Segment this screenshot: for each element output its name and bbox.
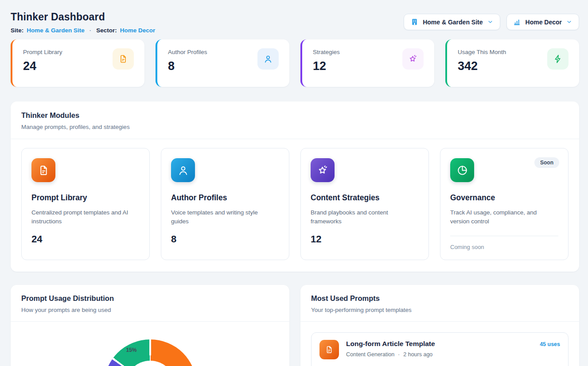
module-description: Voice templates and writing style guides (171, 208, 279, 226)
document-icon (113, 48, 134, 70)
stat-card-usage: Usage This Month 342 (445, 39, 579, 87)
prompt-list-item[interactable]: Long-form Article Template Content Gener… (311, 332, 569, 366)
module-card-prompt-library[interactable]: Prompt Library Centralized prompt templa… (21, 148, 150, 260)
header-actions: Home & Garden Site Home Decor (404, 14, 579, 30)
coming-soon-text: Coming soon (450, 244, 558, 250)
prompts-list: Long-form Article Template Content Gener… (300, 322, 579, 366)
stat-card-author-profiles: Author Profiles 8 (156, 39, 289, 87)
donut-slice-label: 15% (124, 347, 140, 353)
module-description: Brand playbooks and content frameworks (311, 208, 419, 226)
prompt-title: Long-form Article Template (346, 340, 435, 348)
usage-distribution-card: Prompt Usage Distribution How your promp… (11, 285, 289, 366)
meta-separator: · (398, 351, 400, 358)
star-icon (402, 48, 424, 70)
bottom-row: Prompt Usage Distribution How your promp… (11, 285, 579, 366)
module-card-governance[interactable]: Soon Governance Track AI usage, complian… (440, 148, 569, 260)
sector-selector-dropdown[interactable]: Home Decor (506, 14, 579, 30)
card-subtitle: Your top-performing prompt templates (311, 307, 569, 313)
divider (450, 236, 558, 236)
site-label: Site: (11, 27, 23, 34)
breadcrumb: Site: Home & Garden Site · Sector: Home … (11, 27, 155, 34)
header-left: Thinker Dashboard Site: Home & Garden Si… (11, 0, 155, 34)
site-selector-dropdown[interactable]: Home & Garden Site (404, 14, 500, 30)
soon-badge: Soon (534, 157, 559, 168)
prompt-time: 2 hours ago (403, 351, 432, 358)
sector-label: Sector: (96, 27, 117, 34)
user-icon (257, 48, 279, 70)
module-title: Governance (450, 193, 558, 202)
star-icon (311, 158, 335, 182)
thinker-modules-panel: Thinker Modules Manage prompts, profiles… (11, 101, 579, 272)
donut-chart (104, 339, 196, 366)
stats-row: Prompt Library 24 Author Profiles 8 Stra… (11, 39, 579, 87)
card-title: Most Used Prompts (311, 294, 569, 303)
sector-link[interactable]: Home Decor (120, 27, 156, 34)
building-icon (410, 18, 419, 26)
sector-selector-label: Home Decor (526, 19, 562, 26)
prompt-item-text: Long-form Article Template Content Gener… (346, 340, 435, 358)
card-subtitle: How your prompts are being used (21, 307, 279, 313)
module-card-author-profiles[interactable]: Author Profiles Voice templates and writ… (161, 148, 289, 260)
module-count: 8 (171, 234, 279, 245)
module-card-content-strategies[interactable]: Content Strategies Brand playbooks and c… (300, 148, 429, 260)
chevron-down-icon (566, 19, 572, 25)
user-icon (171, 158, 195, 182)
breadcrumb-separator: · (88, 27, 93, 34)
module-title: Prompt Library (31, 193, 140, 202)
chevron-down-icon (487, 19, 494, 25)
stat-card-strategies: Strategies 12 (300, 39, 434, 87)
bar-chart-icon (513, 18, 522, 26)
card-title: Prompt Usage Distribution (21, 294, 279, 303)
dashboard-page: Thinker Dashboard Site: Home & Garden Si… (0, 0, 588, 366)
site-selector-label: Home & Garden Site (423, 19, 483, 26)
panel-subtitle: Manage prompts, profiles, and strategies (21, 124, 569, 130)
prompt-meta: Content Generation · 2 hours ago (346, 351, 435, 358)
module-count: 12 (311, 234, 419, 245)
prompt-uses-count: 45 uses (540, 340, 560, 347)
module-title: Author Profiles (171, 193, 279, 202)
module-title: Content Strategies (311, 193, 419, 202)
document-icon (31, 158, 55, 182)
site-link[interactable]: Home & Garden Site (27, 27, 85, 34)
pie-chart-icon (450, 158, 474, 182)
modules-grid: Prompt Library Centralized prompt templa… (11, 139, 579, 272)
panel-title: Thinker Modules (21, 111, 569, 120)
most-used-prompts-card: Most Used Prompts Your top-performing pr… (300, 285, 579, 366)
panel-header: Thinker Modules Manage prompts, profiles… (11, 101, 579, 139)
page-header: Thinker Dashboard Site: Home & Garden Si… (11, 0, 579, 34)
document-icon (319, 340, 339, 359)
module-description: Centralized prompt templates and AI inst… (31, 208, 140, 226)
card-header: Prompt Usage Distribution How your promp… (11, 285, 289, 321)
bolt-icon (547, 48, 569, 70)
module-count: 24 (31, 234, 140, 245)
prompt-category: Content Generation (346, 351, 394, 358)
donut-chart-area: 15% (11, 322, 289, 366)
module-description: Track AI usage, compliance, and version … (450, 208, 558, 226)
card-header: Most Used Prompts Your top-performing pr… (300, 285, 579, 321)
stat-card-prompt-library: Prompt Library 24 (11, 39, 144, 87)
page-title: Thinker Dashboard (11, 11, 155, 23)
